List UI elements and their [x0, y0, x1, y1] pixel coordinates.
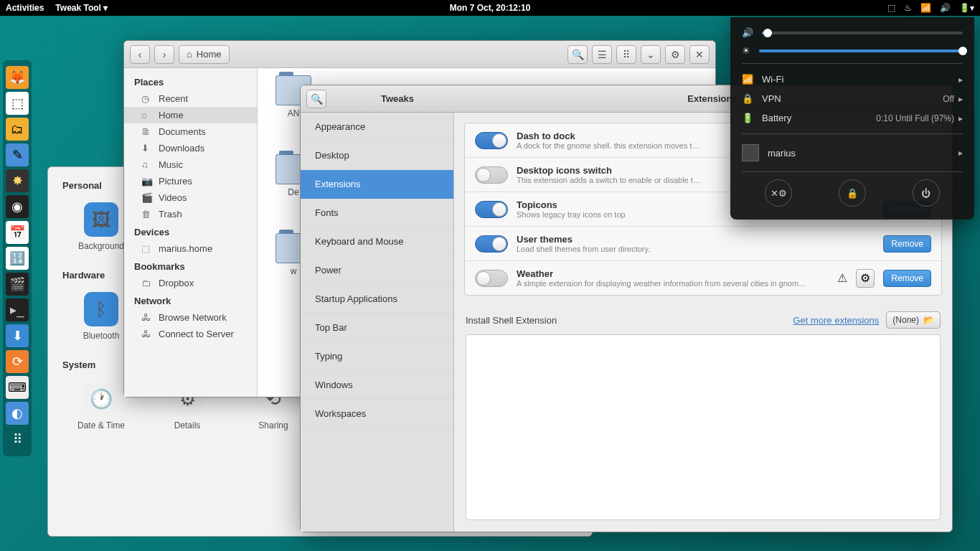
- close-button[interactable]: ✕: [689, 45, 710, 64]
- hamburger-button[interactable]: ⚙: [665, 45, 685, 64]
- network-icon[interactable]: 📶: [920, 3, 931, 13]
- search-button[interactable]: 🔍: [567, 45, 588, 64]
- brightness-slider[interactable]: [759, 50, 963, 52]
- dock-item-gedit[interactable]: ✎: [6, 143, 29, 166]
- tray-icon[interactable]: ♨: [904, 3, 912, 13]
- extension-toggle[interactable]: [475, 201, 508, 218]
- dock-show-apps[interactable]: ⠿: [6, 428, 29, 451]
- settings-action-button[interactable]: ✕⚙: [765, 179, 792, 207]
- get-more-link[interactable]: Get more extensions: [793, 315, 879, 326]
- sidebar-section-header: Places: [124, 72, 257, 90]
- clock-label[interactable]: Mon 7 Oct, 20:12:10: [450, 3, 531, 13]
- dock-item-terminal[interactable]: ▸_: [6, 298, 29, 321]
- sidebar-item-icon: 🗑: [141, 209, 153, 220]
- sidebar-section-header: Bookmarks: [124, 257, 257, 275]
- sysmenu-item[interactable]: 📶Wi-Fi▸: [742, 70, 963, 89]
- nav-back-button[interactable]: ‹: [130, 45, 150, 64]
- tweaks-sidebar-item[interactable]: Keyboard and Mouse: [301, 227, 453, 256]
- sidebar-item[interactable]: ⬚marius.home: [124, 240, 257, 257]
- dock-item-video[interactable]: 🎬: [6, 273, 29, 296]
- view-grid-button[interactable]: ⠿: [616, 45, 636, 64]
- volume-slider[interactable]: [762, 32, 963, 34]
- remove-button[interactable]: Remove: [883, 270, 931, 287]
- extension-description: A simple extension for displaying weathe…: [517, 279, 829, 288]
- dock-item-settings[interactable]: ✸: [6, 169, 29, 192]
- sidebar-item[interactable]: ◷Recent: [124, 90, 257, 107]
- sidebar-item-icon: 📷: [141, 176, 153, 187]
- sidebar-item[interactable]: 🖧Browse Network: [124, 309, 257, 326]
- sidebar-item-icon: ◷: [141, 93, 153, 104]
- settings-item[interactable]: ᛒBluetooth: [72, 292, 130, 341]
- settings-item-label: Background: [72, 241, 130, 251]
- sidebar-item[interactable]: 🖧Connect to Server: [124, 326, 257, 342]
- sysmenu-item[interactable]: 🔋Battery0:10 Until Full (97%)▸: [742, 108, 963, 128]
- dock-item-download[interactable]: ⬇: [6, 324, 29, 347]
- dock-item-files[interactable]: 🗂: [6, 118, 29, 141]
- dock-item-toggle[interactable]: ◐: [6, 402, 29, 425]
- dock-item-update[interactable]: ⟳: [6, 350, 29, 373]
- app-menu-button[interactable]: Tweak Tool ▾: [55, 3, 108, 13]
- tweaks-sidebar-item[interactable]: Top Bar: [301, 314, 453, 342]
- remove-button[interactable]: Remove: [883, 235, 931, 253]
- tweaks-sidebar-item[interactable]: Typing: [301, 342, 453, 371]
- dock-item-app1[interactable]: ⬚: [6, 92, 29, 115]
- system-menu: 🔊 ☀ 📶Wi-Fi▸🔒VPNOff▸🔋Battery0:10 Until Fu…: [730, 17, 974, 220]
- sysmenu-item[interactable]: 🔒VPNOff▸: [742, 89, 963, 108]
- sidebar-item[interactable]: ♫Music: [124, 156, 257, 173]
- extension-toggle[interactable]: [475, 132, 508, 149]
- battery-icon[interactable]: 🔋▾: [959, 3, 974, 13]
- sidebar-item-label: Videos: [159, 192, 187, 203]
- extension-toggle[interactable]: [475, 270, 508, 287]
- sidebar-item[interactable]: 🗀Dropbox: [124, 275, 257, 291]
- sidebar-item[interactable]: 🎬Videos: [124, 189, 257, 206]
- extension-toggle[interactable]: [475, 235, 508, 253]
- activities-button[interactable]: Activities: [6, 3, 44, 13]
- sidebar-item-icon: ♫: [141, 159, 153, 170]
- tweaks-search-button[interactable]: 🔍: [306, 90, 326, 108]
- tweaks-sidebar-item[interactable]: Extensions: [301, 170, 453, 199]
- lock-action-button[interactable]: 🔒: [839, 179, 866, 207]
- sidebar-item-label: Dropbox: [159, 278, 194, 288]
- extension-settings-button[interactable]: ⚙: [856, 269, 875, 288]
- tweaks-sidebar-item[interactable]: Startup Applications: [301, 285, 453, 314]
- sidebar-item[interactable]: 🗑Trash: [124, 206, 257, 222]
- sidebar-item[interactable]: 📷Pictures: [124, 173, 257, 189]
- dock-item-calculator[interactable]: 🔢: [6, 247, 29, 270]
- sidebar-section-header: Devices: [124, 222, 257, 240]
- tweaks-sidebar-item[interactable]: Desktop: [301, 141, 453, 170]
- file-chooser-button[interactable]: (None) 📂: [886, 311, 941, 329]
- tweaks-sidebar-item[interactable]: Appearance: [301, 113, 453, 141]
- volume-icon[interactable]: 🔊: [940, 3, 951, 13]
- sysmenu-item-icon: 🔒: [742, 93, 753, 104]
- sidebar-item[interactable]: ⌂Home: [124, 107, 257, 123]
- dock-item-firefox[interactable]: 🦊: [6, 66, 29, 89]
- sidebar-item-label: Home: [159, 110, 184, 121]
- user-menu-item[interactable]: marius ▸: [742, 140, 963, 166]
- install-drop-area[interactable]: [466, 334, 941, 520]
- tweaks-sidebar-item[interactable]: Power: [301, 256, 453, 285]
- view-dropdown-button[interactable]: ⌄: [641, 45, 661, 64]
- power-action-button[interactable]: ⏻: [913, 179, 940, 207]
- breadcrumb[interactable]: ⌂ Home: [179, 45, 230, 64]
- chevron-right-icon: ▸: [958, 148, 963, 158]
- settings-item[interactable]: 🕐Date & Time: [72, 382, 130, 430]
- settings-item[interactable]: 🖼Background: [72, 202, 130, 251]
- tweaks-sidebar-item[interactable]: Fonts: [301, 199, 453, 227]
- sidebar-item[interactable]: ⬇Downloads: [124, 140, 257, 156]
- sidebar-item-label: Music: [159, 159, 183, 170]
- tweaks-sidebar-item[interactable]: Windows: [301, 371, 453, 400]
- sysmenu-item-label: VPN: [762, 93, 781, 104]
- dropbox-icon[interactable]: ⬚: [887, 3, 895, 13]
- volume-icon: 🔊: [742, 27, 753, 38]
- nav-forward-button[interactable]: ›: [154, 45, 174, 64]
- sidebar-section-header: Network: [124, 291, 257, 309]
- tweaks-sidebar-item[interactable]: Workspaces: [301, 400, 453, 428]
- view-list-button[interactable]: ☰: [592, 45, 612, 64]
- sidebar-item-icon: 🎬: [141, 192, 153, 203]
- dock-item-keyboard[interactable]: ⌨: [6, 376, 29, 399]
- tweaks-title: Tweaks: [344, 93, 451, 104]
- extension-toggle[interactable]: [475, 166, 508, 184]
- sidebar-item[interactable]: 🗎Documents: [124, 123, 257, 140]
- dock-item-calendar[interactable]: 📅: [6, 221, 29, 244]
- dock-item-camera[interactable]: ◉: [6, 195, 29, 218]
